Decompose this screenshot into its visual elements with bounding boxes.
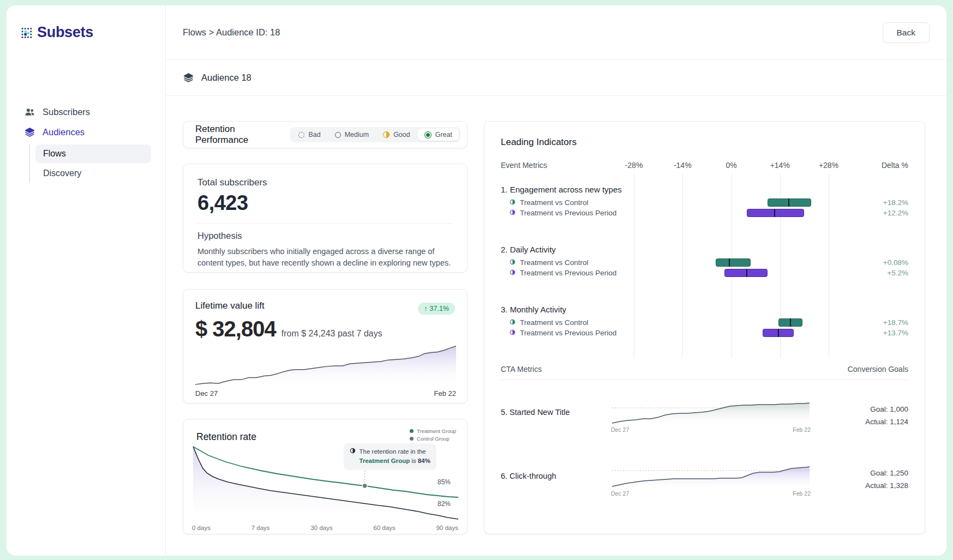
goal-value: Goal: 1,000 (811, 405, 908, 413)
sidebar-subnav: FlowsDiscovery (29, 144, 151, 183)
sidebar-item-flows[interactable]: Flows (35, 144, 151, 163)
event-metrics-header: Event Metrics Delta % -28%-14%0%+14%+28% (501, 161, 908, 171)
x-start-label: Dec 27 (611, 490, 629, 497)
tooltip-middle: is (411, 457, 416, 464)
lifetime-value-title: Lifetime value lift (195, 300, 265, 311)
retention-performance-title: Retention Performance (195, 124, 290, 146)
legend-item: Treatment Group (410, 428, 456, 434)
total-subscribers-value: 6,423 (197, 191, 453, 215)
segment-option-good[interactable]: Good (376, 129, 417, 141)
tooltip-value: 84% (418, 457, 430, 464)
cta-sparkline: Dec 27Feb 22 (611, 461, 811, 497)
sidebar-item-audiences[interactable]: Audiences (21, 122, 151, 142)
users-icon (24, 106, 35, 118)
comparison-row: Treatment vs Previous Period+5.2% (501, 268, 908, 278)
performance-segmented-control: BadMediumGoodGreat (290, 127, 460, 142)
logo[interactable]: Subsets (21, 24, 151, 41)
contrast-icon (510, 329, 516, 337)
lifetime-value-card: Lifetime value lift ↑37.1% $ 32,804 from… (183, 289, 467, 404)
comparison-label: Treatment vs Control (520, 198, 589, 207)
tooltip-prefix: The retention rate in the (359, 448, 426, 455)
legend-label: Treatment Group (417, 428, 456, 434)
segment-option-medium[interactable]: Medium (328, 129, 375, 141)
comparison-row-label: Treatment vs Control (501, 318, 634, 327)
half-filled-circle-icon (383, 131, 389, 138)
retention-rate-title: Retention rate (196, 431, 256, 443)
goal-value: Goal: 1,250 (811, 469, 908, 477)
delta-value: +18.2% (829, 198, 908, 207)
event-metrics-label: Event Metrics (501, 161, 547, 170)
comparison-row: Treatment vs Previous Period+13.7% (501, 328, 908, 338)
retention-rate-x-axis: 0 days7 days30 days60 days90 days (192, 525, 458, 531)
comparison-row-label: Treatment vs Previous Period (501, 269, 634, 277)
lifetime-value-row: $ 32,804 from $ 24,243 past 7 days (183, 317, 467, 341)
comparison-label: Treatment vs Control (520, 318, 589, 327)
cta-sparkline: Dec 27Feb 22 (611, 398, 811, 433)
axis-tick-label: -14% (674, 161, 692, 170)
axis-tick-label: +28% (819, 161, 838, 170)
control-end-label: 82% (437, 500, 451, 508)
breadcrumb[interactable]: Flows > Audience ID: 18 (183, 27, 280, 38)
comparison-row: Treatment vs Control+18.2% (501, 197, 908, 208)
cta-metrics-label: CTA Metrics (501, 365, 542, 374)
divider (197, 223, 453, 224)
axis-tick-label: +14% (770, 161, 790, 170)
x-end-label: Feb 22 (793, 490, 811, 497)
segment-option-bad[interactable]: Bad (292, 129, 327, 141)
lift-badge: ↑37.1% (418, 303, 455, 315)
x-end-label: Feb 22 (793, 426, 811, 433)
box-plot-track (634, 198, 829, 207)
delta-value: +18.7% (829, 318, 908, 327)
box-plot-median (774, 209, 775, 217)
hypothesis-text: Monthly subscribers who initially engage… (197, 246, 453, 268)
x-start-label: Dec 27 (195, 389, 218, 398)
filled-circle-icon (424, 131, 431, 139)
delta-label: Delta % (882, 161, 908, 170)
box-plot-box (747, 209, 804, 217)
back-button[interactable]: Back (883, 22, 930, 43)
legend-label: Control Group (417, 436, 449, 442)
contrast-icon (350, 447, 356, 456)
lifetime-value-header: Lifetime value lift ↑37.1% (183, 300, 467, 315)
box-plot-track (634, 209, 829, 217)
comparison-label: Treatment vs Control (520, 258, 589, 267)
cta-items: 5. Started New TitleDec 27Feb 22Goal: 1,… (501, 398, 908, 497)
box-plot-track (634, 258, 829, 267)
segment-option-label: Bad (308, 131, 320, 139)
layers-icon (183, 72, 194, 83)
sidebar-nav: SubscribersAudiencesFlowsDiscovery (21, 102, 151, 183)
subsets-logo-icon (21, 27, 32, 38)
app-window: Subsets SubscribersAudiencesFlowsDiscove… (7, 5, 946, 556)
topbar: Flows > Audience ID: 18 Back (166, 5, 946, 60)
conversion-goal: Goal: 1,000Actual: 1,124 (811, 398, 908, 426)
legend-dot-icon (410, 429, 413, 433)
x-start-label: Dec 27 (611, 426, 629, 433)
x-tick-label: 7 days (251, 525, 270, 531)
comparison-row-label: Treatment vs Previous Period (501, 329, 634, 337)
contrast-icon (510, 269, 516, 277)
lift-badge-value: 37.1% (430, 305, 449, 312)
cta-metrics-header: CTA Metrics Conversion Goals (501, 365, 908, 380)
sidebar-item-subscribers[interactable]: Subscribers (21, 102, 151, 122)
box-plot-track (634, 318, 829, 327)
comparison-label: Treatment vs Previous Period (520, 209, 616, 217)
retention-rate-legend: Treatment GroupControl Group (410, 428, 456, 443)
layers-icon (24, 127, 35, 138)
logo-text: Subsets (37, 24, 93, 41)
leading-indicators-card: Leading Indicators Event Metrics Delta %… (484, 121, 925, 534)
retention-tooltip-text: The retention rate in the Treatment Grou… (359, 447, 430, 466)
box-plot-median (729, 258, 730, 267)
lifetime-value-amount: $ 32,804 (195, 317, 276, 341)
segment-option-great[interactable]: Great (418, 129, 459, 141)
x-tick-label: 30 days (310, 525, 332, 531)
total-subscribers-label: Total subscribers (197, 177, 453, 188)
legend-dot-icon (410, 437, 413, 441)
comparison-label: Treatment vs Previous Period (520, 269, 616, 277)
segment-option-label: Good (393, 131, 410, 139)
sidebar-item-discovery[interactable]: Discovery (35, 164, 151, 183)
comparison-row-label: Treatment vs Control (501, 198, 634, 207)
event-metric-group: 1. Engagement across new typesTreatment … (501, 185, 908, 218)
axis-tick-label: 0% (726, 161, 736, 170)
dashed-circle-icon (298, 132, 304, 138)
group-title: 3. Monthly Activity (501, 305, 908, 314)
